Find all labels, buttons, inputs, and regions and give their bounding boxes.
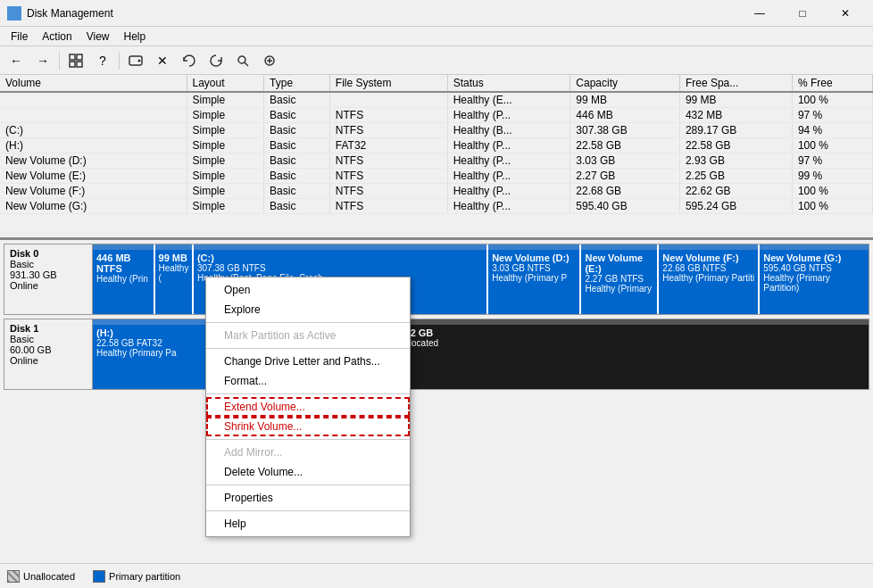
toolbar-sep-2: [119, 52, 120, 70]
context-menu-item[interactable]: Shrink Volume...: [206, 417, 410, 436]
col-layout[interactable]: Layout: [187, 75, 264, 92]
menu-file[interactable]: File: [4, 29, 35, 45]
table-row[interactable]: New Volume (G:)SimpleBasicNTFSHealthy (P…: [0, 199, 873, 214]
toolbar-search[interactable]: [230, 49, 255, 72]
svg-rect-1: [77, 54, 82, 60]
volume-table-area: Volume Layout Type File System Status Ca…: [0, 75, 873, 240]
maximize-button[interactable]: □: [782, 0, 823, 27]
partition-sub: 307.38 GB NTFS: [197, 263, 483, 273]
partition[interactable]: 99 MBHealthy (: [155, 244, 194, 314]
main-content: Volume Layout Type File System Status Ca…: [0, 75, 873, 588]
table-row[interactable]: New Volume (F:)SimpleBasicNTFSHealthy (P…: [0, 184, 873, 199]
partition-name: 99 MB: [159, 253, 188, 263]
col-volume[interactable]: Volume: [0, 75, 187, 92]
table-row[interactable]: (C:)SimpleBasicNTFSHealthy (B...307.38 G…: [0, 123, 873, 138]
col-status[interactable]: Status: [447, 75, 570, 92]
context-menu-item[interactable]: Add Mirror...: [206, 443, 410, 462]
table-row[interactable]: SimpleBasicNTFSHealthy (P...446 MB432 MB…: [0, 108, 873, 123]
partition-detail: Healthy (Prin: [96, 274, 150, 284]
partition-detail: Healthy (Primary Partition): [763, 273, 865, 293]
toolbar-help[interactable]: ?: [90, 49, 115, 72]
disk-graphical-area: Disk 0Basic931.30 GBOnline446 MB NTFSHea…: [0, 240, 873, 588]
context-menu-item[interactable]: Help: [206, 514, 410, 534]
partition-detail: Healthy (: [159, 263, 188, 283]
context-menu-separator: [206, 348, 410, 349]
col-type[interactable]: Type: [264, 75, 330, 92]
toolbar-extra[interactable]: [257, 49, 282, 72]
partition-name: New Volume (D:): [492, 253, 576, 263]
toolbar-refresh1[interactable]: [177, 49, 202, 72]
partition-name: New Volume (F:): [662, 253, 754, 263]
svg-rect-0: [70, 54, 75, 60]
context-menu-item[interactable]: Properties: [206, 488, 410, 508]
partition[interactable]: New Volume (F:)22.68 GB NTFSHealthy (Pri…: [659, 244, 760, 314]
disk-label: Disk 1Basic60.00 GBOnline: [4, 319, 93, 390]
partition[interactable]: New Volume (G:)595.40 GB NTFSHealthy (Pr…: [760, 244, 869, 314]
primary-swatch: [93, 570, 105, 583]
partition-sub: 3.03 GB NTFS: [492, 263, 576, 273]
close-button[interactable]: ✕: [825, 0, 866, 27]
context-menu-item[interactable]: Open: [206, 280, 410, 300]
partition-header: [659, 244, 758, 250]
partition-name: 37.42 GB: [391, 327, 865, 338]
partition[interactable]: 446 MB NTFSHealthy (Prin: [93, 244, 155, 314]
toolbar-grid[interactable]: [63, 49, 88, 72]
svg-rect-2: [70, 62, 75, 67]
partition-header: [488, 244, 579, 250]
toolbar-diskmgmt[interactable]: [123, 49, 148, 72]
context-menu-item[interactable]: Extend Volume...: [206, 397, 410, 417]
menu-view[interactable]: View: [79, 29, 117, 45]
partition-detail: Unallocated: [391, 338, 865, 348]
minimize-button[interactable]: —: [739, 0, 780, 27]
context-menu-item[interactable]: Change Drive Letter and Paths...: [206, 352, 410, 371]
col-freespace[interactable]: Free Spa...: [679, 75, 792, 92]
partition-name: New Volume (E:): [585, 253, 653, 274]
toolbar: ← → ? ✕: [0, 46, 873, 75]
partition-name: (C:): [197, 253, 483, 263]
partition-detail: Healthy (Primary Partiti: [662, 273, 754, 283]
title-bar: Disk Management — □ ✕: [0, 0, 873, 27]
partition-header: [760, 244, 869, 250]
context-menu-separator: [206, 484, 410, 485]
partition-header: [194, 244, 486, 250]
col-capacity[interactable]: Capacity: [570, 75, 680, 92]
partition-header: [387, 319, 869, 325]
context-menu-item[interactable]: Mark Partition as Active: [206, 326, 410, 345]
unallocated-swatch: [7, 570, 20, 583]
toolbar-forward[interactable]: →: [30, 49, 55, 72]
legend-primary: Primary partition: [93, 570, 180, 583]
unallocated-label: Unallocated: [23, 571, 75, 582]
partition-header: [155, 244, 192, 250]
table-row[interactable]: SimpleBasicHealthy (E...99 MB99 MB100 %: [0, 92, 873, 108]
context-menu-separator: [206, 393, 410, 394]
partition-header: [93, 244, 154, 250]
partition-name: 446 MB NTFS: [96, 253, 150, 274]
context-menu-separator: [206, 510, 410, 511]
context-menu-item[interactable]: Explore: [206, 300, 410, 319]
col-pctfree[interactable]: % Free: [792, 75, 872, 92]
context-menu-item[interactable]: Format...: [206, 371, 410, 391]
partition[interactable]: 37.42 GBUnallocated: [387, 319, 869, 389]
table-row[interactable]: New Volume (D:)SimpleBasicNTFSHealthy (P…: [0, 153, 873, 169]
toolbar-sep-1: [59, 52, 60, 70]
context-menu-item[interactable]: Delete Volume...: [206, 462, 410, 482]
partition-sub: 595.40 GB NTFS: [763, 263, 865, 273]
partition-sub: 2.27 GB NTFS: [585, 274, 653, 284]
menu-action[interactable]: Action: [35, 29, 79, 45]
toolbar-back[interactable]: ←: [4, 49, 29, 72]
volume-table: Volume Layout Type File System Status Ca…: [0, 75, 873, 214]
svg-point-5: [138, 59, 141, 62]
window-controls: — □ ✕: [739, 0, 866, 27]
partition[interactable]: New Volume (D:)3.03 GB NTFSHealthy (Prim…: [488, 244, 581, 314]
partition-detail: Healthy (Primary P: [492, 273, 576, 283]
toolbar-refresh2[interactable]: [204, 49, 229, 72]
table-row[interactable]: New Volume (E:)SimpleBasicNTFSHealthy (P…: [0, 169, 873, 184]
window-title: Disk Management: [27, 7, 739, 20]
partition[interactable]: New Volume (E:)2.27 GB NTFSHealthy (Prim…: [581, 244, 659, 314]
partition-sub: 22.68 GB NTFS: [662, 263, 754, 273]
menu-help[interactable]: Help: [117, 29, 154, 45]
col-fs[interactable]: File System: [329, 75, 447, 92]
table-row[interactable]: (H:)SimpleBasicFAT32Healthy (P...22.58 G…: [0, 138, 873, 153]
toolbar-delete[interactable]: ✕: [150, 49, 175, 72]
app-icon: [7, 6, 21, 21]
